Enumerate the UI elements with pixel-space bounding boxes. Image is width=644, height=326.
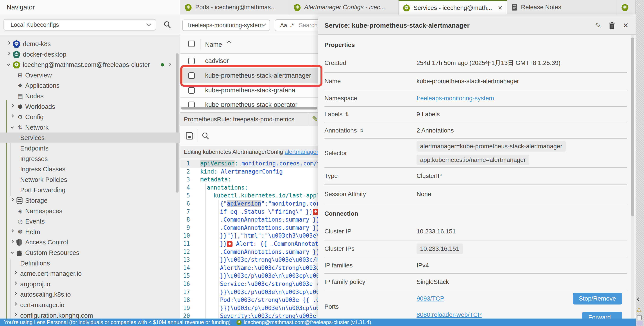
sidebar-item-definitions[interactable]: Definitions [0, 258, 180, 268]
sidebar-item-custom-resources[interactable]: Custom Resources [0, 248, 180, 258]
row-checkbox[interactable] [188, 87, 195, 94]
sidebar-item-icecheng-mathmast-com-freeleaps-cluster[interactable]: ☸icecheng@mathmast.com@freeleaps-cluster [0, 60, 180, 70]
tab-bar: ☸Pods - icecheng@mathmas...☸Alertmanager… [180, 0, 636, 14]
code-token: .CommonAnnotations.summary }} [220, 224, 320, 231]
detail-value: 9 Labels [416, 111, 440, 118]
sidebar-item-storage[interactable]: Storage [0, 195, 180, 206]
chevron-right-icon[interactable] [168, 63, 171, 66]
sidebar-item-events[interactable]: ◷Events [0, 216, 180, 226]
stop-remove-button[interactable]: Stop/Remove [573, 293, 622, 304]
sidebar-item-network-policies[interactable]: Network Policies [0, 174, 180, 185]
chevron-right-icon[interactable] [14, 282, 17, 285]
line-number: 20 [180, 312, 196, 318]
panel-scrollbar-thumb[interactable] [631, 38, 634, 216]
sidebar-item-acme-cert-manager-io[interactable]: acme.cert-manager.io [0, 268, 180, 279]
chevron-down-icon[interactable] [7, 62, 10, 66]
sidebar-item-demo-k8s[interactable]: ☸demo-k8s [0, 38, 180, 49]
row-checkbox[interactable] [188, 102, 195, 106]
detail-row-type: TypeClusterIP [324, 168, 627, 184]
edit-icon[interactable]: ✎ [595, 16, 602, 35]
sidebar-item-helm[interactable]: ☸Helm [0, 226, 180, 237]
tab-close-icon[interactable]: ✕ [498, 4, 502, 12]
select-all-checkbox[interactable] [188, 40, 195, 47]
regex-icon[interactable]: .* [290, 22, 294, 29]
search-icon [163, 20, 172, 29]
chevron-right-icon[interactable] [14, 312, 17, 316]
tab-alertmanager[interactable]: ☸Alertmanager Configs - icec... [289, 0, 398, 14]
navigator-header: Navigator [0, 0, 180, 14]
chevron-right-icon[interactable] [14, 292, 17, 295]
tab-pods[interactable]: ☸Pods - icecheng@mathmas... [180, 0, 289, 14]
navigator-sidebar: Navigator Local Kubeconfigs ☸demo-k8s☸do… [0, 0, 180, 318]
horizontal-scrollbar-thumb[interactable] [181, 107, 317, 110]
detail-value: SingleStack [416, 278, 449, 286]
chevron-right-icon[interactable] [10, 198, 14, 202]
sidebar-item-services[interactable]: Services [0, 132, 180, 143]
sidebar-item-network[interactable]: ⇅Network [0, 122, 180, 133]
detail-label: Created [324, 60, 416, 66]
chevron-right-icon[interactable] [10, 114, 14, 118]
code-token: : [228, 176, 231, 183]
forward-button[interactable]: Forward... [582, 312, 622, 318]
line-number: 1 [180, 160, 196, 168]
sidebar-item-port-forwarding[interactable]: Port Forwarding [0, 185, 180, 195]
editing-resource-link[interactable]: alertmanager [285, 148, 318, 155]
chip-list: alertmanager=kube-prometheus-stack-alert… [416, 141, 566, 165]
editor-search-icon[interactable] [201, 132, 210, 140]
chevron-right-icon[interactable] [10, 104, 14, 107]
sidebar-item-nodes[interactable]: ▤Nodes [0, 91, 180, 101]
port-link[interactable]: 8080:reloader-web/TCP [416, 311, 482, 318]
chevron-right-icon[interactable] [7, 52, 10, 55]
sidebar-item-workloads[interactable]: ⬢Workloads [0, 101, 180, 112]
close-icon[interactable]: ✕ [623, 16, 629, 35]
chevron-right-icon[interactable] [10, 229, 14, 233]
window-icon[interactable] [637, 316, 642, 320]
row-checkbox[interactable] [188, 58, 195, 64]
sidebar-item-namespaces[interactable]: ◈Namespaces [0, 206, 180, 216]
port-link[interactable]: 9093/TCP [416, 295, 444, 302]
sidebar-item-label: Access Control [25, 237, 68, 248]
chevron-right-icon[interactable] [14, 302, 17, 306]
sidebar-item-cert-manager-io[interactable]: cert-manager.io [0, 300, 180, 310]
sidebar-item-configuration-konghq-com[interactable]: configuration.konghq.com [0, 310, 180, 318]
chevron-right-icon[interactable] [10, 240, 14, 243]
chevron-left-icon[interactable] [637, 298, 641, 301]
tab-release[interactable]: Release Notes [507, 0, 617, 14]
sidebar-item-config[interactable]: ⚙Config [0, 112, 180, 122]
trash-icon[interactable] [609, 22, 615, 30]
code-token: Alert: {{ .CommonAnnotati [232, 240, 322, 247]
detail-label: Ports [324, 303, 416, 310]
search-input[interactable]: Search [299, 22, 318, 29]
kubeconfig-select[interactable]: Local Kubeconfigs [4, 19, 156, 30]
sidebar-item-docker-desktop[interactable]: ☸docker-desktop [0, 49, 180, 60]
sidebar-item-autoscaling-k8s-io[interactable]: autoscaling.k8s.io [0, 289, 180, 300]
chevron-down-icon[interactable] [10, 250, 14, 254]
detail-row-created: Created254d 17h 50m ago (2025年1月13日 GMT+… [324, 54, 627, 72]
sidebar-item-argoproj-io[interactable]: argoproj.io [0, 279, 180, 289]
save-icon[interactable] [185, 132, 194, 140]
active-cluster-status[interactable]: icecheng@mathmast.com@freeleaps-cluster … [244, 319, 371, 325]
tab-services[interactable]: ☸Services - icecheng@math...✕ [398, 0, 507, 15]
sidebar-item-applications[interactable]: ❖Applications [0, 80, 180, 91]
match-case-icon[interactable]: Aa [280, 22, 287, 29]
storage-icon [16, 195, 24, 206]
line-number: 15 [180, 272, 196, 280]
sidebar-item-ingress-classes[interactable]: Ingress Classes [0, 164, 180, 174]
sidebar-item-access-control[interactable]: Access Control [0, 237, 180, 248]
tab-partial[interactable]: ☸ [617, 0, 636, 14]
chevron-down-icon[interactable] [10, 125, 14, 129]
sidebar-item-ingresses[interactable]: Ingresses [0, 154, 180, 164]
namespace-link[interactable]: freeleaps-monitoring-system [416, 95, 494, 102]
sort-toggle-icon[interactable]: ⇅ [360, 128, 364, 134]
navigator-search-button[interactable] [163, 20, 172, 29]
namespace-select[interactable]: freeleaps-monitoring-system [182, 20, 270, 31]
edit-resource-icon[interactable]: ✎ [312, 114, 318, 123]
chevron-right-icon[interactable] [14, 271, 17, 274]
sort-toggle-icon[interactable]: ⇅ [345, 112, 349, 117]
line-number: 7 [180, 208, 196, 216]
sidebar-item-overview[interactable]: ⊞Overview [0, 70, 180, 80]
name-column-header[interactable]: Name [205, 35, 222, 54]
warning-icon[interactable]: ⚠ [636, 306, 642, 313]
sidebar-item-endpoints[interactable]: Endpoints [0, 143, 180, 154]
chevron-right-icon[interactable] [7, 41, 10, 45]
